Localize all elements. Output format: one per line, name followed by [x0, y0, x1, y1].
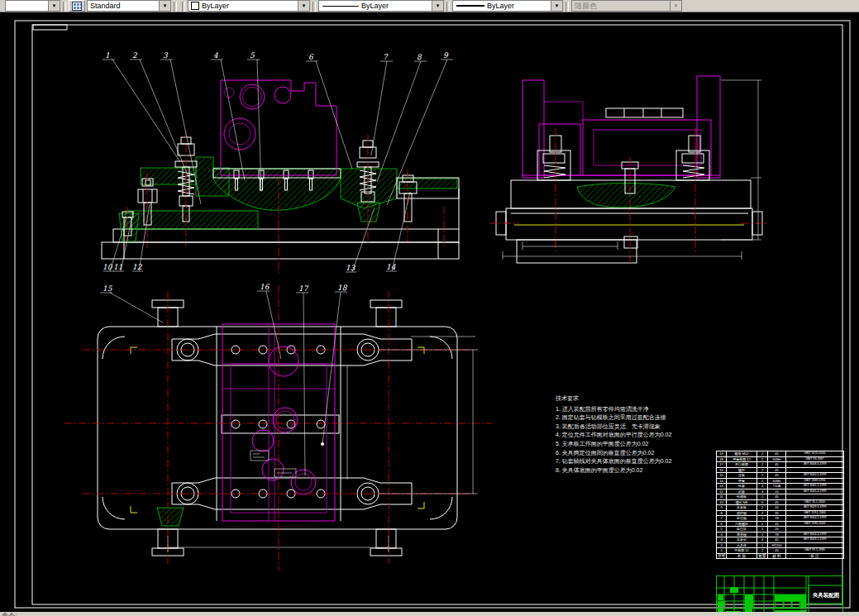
technical-notes: 技术要求 1. 进入装配前所有零件均需清洗干净2. 固定钻套与钻模板之间采用过盈…: [556, 394, 713, 475]
lineweight-glyph: [456, 5, 484, 7]
callout-14: 14: [386, 263, 396, 271]
color-swatch: [191, 2, 199, 10]
toolbar-separator: [446, 2, 450, 12]
color-combo-value: ByLayer: [199, 2, 298, 10]
note-line: 4. 定位元件工作面对底面的平行度公差为0.02: [556, 431, 713, 440]
callout-8: 8: [417, 53, 422, 61]
bom-rows: 19 螺母 M12 2 45 GB/T 6170-2000 18 弹簧垫圈 12…: [717, 451, 844, 554]
linetype-combo-value: ByLayer: [359, 2, 432, 10]
note-line: 8. 夹具体底面的平面度公差为0.02: [556, 466, 713, 475]
callout-2: 2: [132, 51, 138, 60]
bom-header-name: 名 称: [727, 553, 757, 559]
side-dimensions: [503, 80, 761, 260]
chevron-down-icon[interactable]: ▼: [48, 1, 60, 11]
notes-title: 技术要求: [556, 394, 713, 404]
side-view: [489, 76, 769, 265]
callout-1: 1: [105, 51, 110, 60]
callout-13: 13: [346, 264, 356, 272]
command-line[interactable]: 命令:: [0, 612, 859, 616]
color-combo[interactable]: ByLayer ▼: [188, 0, 310, 12]
callout-18: 18: [337, 284, 348, 292]
lineweight-combo-value: ByLayer: [484, 2, 551, 10]
toolbar-separator: [63, 2, 66, 12]
plotstyle-combo-value: 随颜色: [572, 1, 670, 12]
callout-16: 16: [260, 283, 270, 291]
callout-11: 11: [113, 263, 122, 271]
callout-17: 17: [298, 284, 309, 293]
notes-list: 1. 进入装配前所有零件均需清洗干净2. 固定钻套与钻模板之间采用过盈配合连接3…: [556, 405, 713, 475]
layer-combo[interactable]: ▼: [5, 0, 60, 12]
note-line: 3. 装配后各活动部位应灵活、无卡滞现象: [556, 423, 713, 432]
drawing-canvas[interactable]: 1 2 3 4 5 6 7 8 9 10 11 12 13 14: [0, 12, 859, 612]
top-clamp-bar: [172, 334, 412, 365]
plotstyle-combo: 随颜色 ▼: [571, 0, 682, 12]
toolbar-separator: [174, 2, 177, 12]
chevron-down-icon[interactable]: ▼: [432, 1, 443, 11]
chevron-down-icon[interactable]: ▼: [159, 1, 170, 11]
linetype-glyph: [322, 6, 359, 7]
toolbar-separator: [182, 2, 185, 12]
lineweight-combo[interactable]: ByLayer ▼: [452, 0, 563, 12]
workpiece-front: [221, 80, 336, 175]
callout-7: 7: [383, 53, 389, 61]
chevron-down-icon[interactable]: ▼: [551, 1, 562, 11]
note-line: 6. 夹具两定位面间的垂直度公差为0.02: [556, 449, 713, 458]
callout-5: 5: [250, 51, 255, 60]
bottom-clamp-bar: [172, 478, 412, 509]
text-style-button[interactable]: [69, 0, 85, 12]
bom-header-row: 序号 名 称 数量 材 料 备 注: [717, 553, 844, 559]
app-window: ▼ Standard ▼ ByLayer ▼ ByLayer ▼ ByLayer…: [0, 0, 859, 616]
linetype-combo[interactable]: ByLayer ▼: [318, 0, 444, 12]
callout-9: 9: [443, 51, 449, 60]
callout-3: 3: [163, 51, 169, 60]
style-combo[interactable]: Standard ▼: [87, 0, 171, 12]
note-line: 1. 进入装配前所有零件均需清洗干净: [556, 405, 713, 414]
title-block: 夹具装配图: [716, 575, 843, 616]
front-section-view: 1 2 3 4 5 6 7 8 9 10 11 12 13 14: [102, 51, 459, 273]
callout-4: 4: [213, 51, 218, 60]
plan-view: 15 16 17 18: [64, 283, 492, 571]
command-prompt: 命令:: [2, 612, 17, 616]
callout-10: 10: [103, 263, 113, 271]
callout-12: 12: [132, 263, 143, 271]
callout-6: 6: [308, 53, 314, 61]
note-line: 2. 固定钻套与钻模板之间采用过盈配合连接: [556, 413, 713, 423]
bom-header-material: 材 料: [768, 553, 786, 559]
note-line: 7. 钻套轴线对夹具体底面的垂直度公差为0.02: [556, 457, 713, 466]
chevron-down-icon[interactable]: ▼: [298, 1, 309, 11]
style-combo-value: Standard: [88, 2, 159, 10]
bom-table: 19 螺母 M12 2 45 GB/T 6170-2000 18 弹簧垫圈 12…: [716, 451, 844, 559]
bom-header-no: 序号: [717, 553, 727, 559]
plan-callout-leaders: [100, 291, 347, 475]
toolbar-separator: [313, 2, 316, 12]
drawing-title: 夹具装配图: [812, 592, 840, 599]
bom-header-qty: 数量: [757, 553, 768, 559]
bom-header-remark: 备 注: [786, 553, 844, 559]
callout-15: 15: [103, 284, 113, 293]
chevron-down-icon: ▼: [670, 1, 681, 11]
toolbar: ▼ Standard ▼ ByLayer ▼ ByLayer ▼ ByLayer…: [0, 0, 859, 12]
note-line: 5. 支承板工作面的平面度公差为0.02: [556, 440, 713, 449]
toolbar-separator: [566, 2, 569, 12]
style-table-icon: [72, 2, 82, 11]
middle-clamp-bar: [222, 415, 339, 433]
